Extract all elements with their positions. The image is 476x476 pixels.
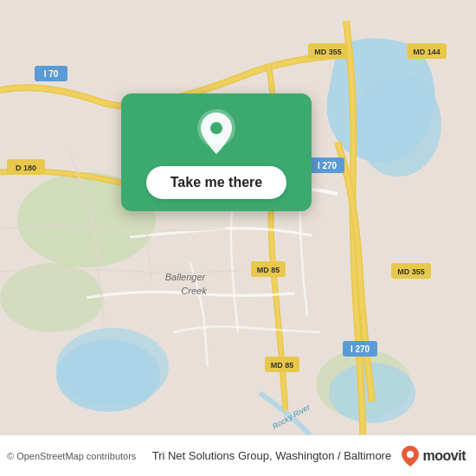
- svg-text:I 270: I 270: [318, 161, 338, 170]
- attribution-area: © OpenStreetMap contributors: [7, 451, 136, 461]
- svg-text:MD 355: MD 355: [314, 48, 342, 56]
- svg-text:Creek: Creek: [181, 286, 207, 296]
- svg-text:MD 85: MD 85: [271, 361, 294, 370]
- osm-attribution: © OpenStreetMap contributors: [7, 451, 136, 461]
- moovit-pin-icon: [401, 444, 420, 468]
- svg-text:D 180: D 180: [16, 164, 36, 172]
- location-title: Tri Net Solutions Group, Washington / Ba…: [136, 449, 400, 462]
- svg-text:MD 144: MD 144: [413, 48, 441, 56]
- bottom-bar: © OpenStreetMap contributors Tri Net Sol…: [0, 434, 476, 476]
- take-me-there-button[interactable]: Take me there: [146, 166, 286, 199]
- svg-text:MD 355: MD 355: [397, 267, 425, 276]
- svg-point-35: [210, 122, 222, 134]
- svg-text:I 270: I 270: [351, 344, 370, 354]
- svg-text:I 70: I 70: [44, 69, 59, 79]
- svg-point-36: [407, 451, 414, 458]
- moovit-logo: moovit: [401, 444, 466, 468]
- map-background: I 70 I 70 MD 355 MD 144 MD 85 I 270 D 18…: [0, 0, 476, 476]
- location-pin-icon: [192, 109, 241, 158]
- moovit-brand-text: moovit: [423, 448, 466, 464]
- svg-point-6: [56, 339, 160, 412]
- svg-text:MD 85: MD 85: [257, 266, 280, 274]
- location-card: Take me there: [121, 93, 312, 211]
- svg-text:Ballenger: Ballenger: [165, 272, 207, 282]
- map-container: I 70 I 70 MD 355 MD 144 MD 85 I 270 D 18…: [0, 0, 476, 476]
